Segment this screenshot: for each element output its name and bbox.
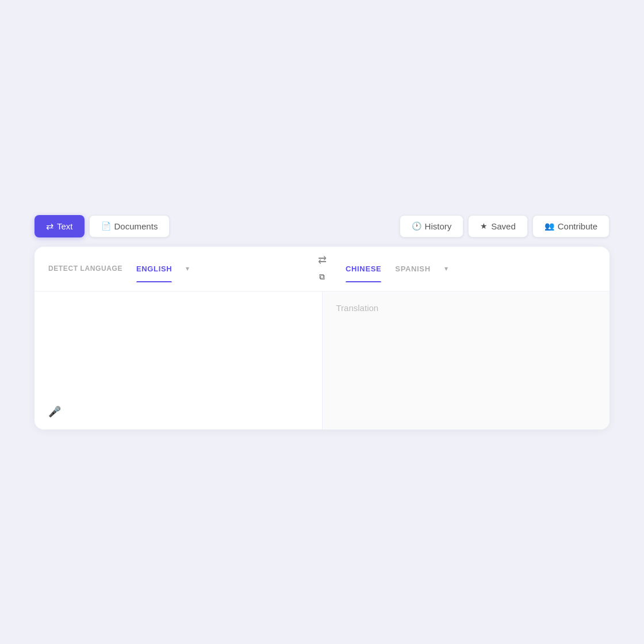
toolbar: ⇄ Text 📄 Documents 🕐 History ★ Saved 👥 C… [34, 215, 610, 237]
swap-divider: ⇄ ⧉ [312, 247, 332, 291]
target-chevron-icon: ▾ [444, 264, 448, 273]
translation-card: DETECT LANGUAGE ENGLISH ▾ ⇄ ⧉ CHINESE SP… [34, 247, 610, 430]
toolbar-right: 🕐 History ★ Saved 👥 Contribute [400, 215, 610, 237]
copy-icon[interactable]: ⧉ [317, 270, 327, 284]
documents-tab-label: Documents [114, 221, 158, 231]
document-icon: 📄 [101, 221, 111, 231]
source-text-panel: 🎤 [34, 292, 323, 430]
toolbar-left: ⇄ Text 📄 Documents [34, 215, 170, 237]
history-button[interactable]: 🕐 History [400, 215, 464, 237]
translation-output: Translation [336, 303, 379, 313]
source-chevron-icon: ▾ [186, 264, 189, 273]
contribute-button[interactable]: 👥 Contribute [532, 215, 610, 237]
documents-tab-button[interactable]: 📄 Documents [89, 215, 170, 237]
app-container: ⇄ Text 📄 Documents 🕐 History ★ Saved 👥 C… [34, 215, 610, 430]
history-icon: 🕐 [412, 221, 421, 231]
language-bar: DETECT LANGUAGE ENGLISH ▾ ⇄ ⧉ CHINESE SP… [34, 247, 610, 292]
target-lang-panel: CHINESE SPANISH ▾ [332, 255, 610, 282]
source-text-input[interactable] [48, 303, 308, 407]
saved-label: Saved [491, 221, 516, 231]
people-icon: 👥 [545, 221, 554, 231]
chinese-language-tab[interactable]: CHINESE [346, 255, 381, 282]
text-panels: 🎤 Translation [34, 292, 610, 430]
star-icon: ★ [480, 221, 488, 231]
translate-icon: ⇄ [46, 221, 53, 232]
english-language-tab[interactable]: ENGLISH [136, 255, 172, 282]
saved-button[interactable]: ★ Saved [468, 215, 528, 237]
target-language-dropdown[interactable]: ▾ [444, 264, 448, 273]
contribute-label: Contribute [558, 221, 597, 231]
microphone-icon[interactable]: 🎤 [48, 405, 61, 418]
target-text-panel: Translation [323, 292, 610, 430]
source-lang-panel: DETECT LANGUAGE ENGLISH ▾ [34, 255, 312, 282]
detect-language-option[interactable]: DETECT LANGUAGE [48, 255, 122, 282]
text-tab-button[interactable]: ⇄ Text [34, 215, 85, 237]
text-tab-label: Text [57, 221, 73, 231]
source-language-dropdown[interactable]: ▾ [186, 264, 189, 273]
spanish-language-tab[interactable]: SPANISH [395, 255, 430, 282]
history-label: History [425, 221, 452, 231]
swap-languages-icon[interactable]: ⇄ [318, 254, 327, 266]
